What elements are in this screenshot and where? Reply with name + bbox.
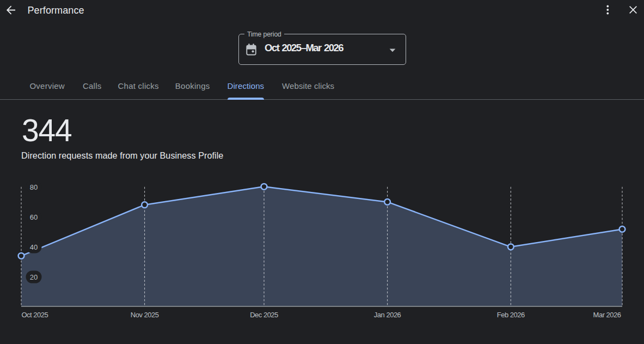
svg-text:Nov 2025: Nov 2025: [131, 311, 159, 319]
svg-text:20: 20: [30, 273, 38, 281]
svg-text:Jan 2026: Jan 2026: [374, 311, 401, 319]
svg-text:80: 80: [30, 183, 38, 191]
svg-text:Mar 2026: Mar 2026: [593, 311, 621, 319]
svg-text:40: 40: [30, 243, 38, 251]
svg-text:Oct 2025: Oct 2025: [22, 311, 48, 319]
svg-text:Feb 2026: Feb 2026: [497, 311, 525, 319]
svg-text:60: 60: [30, 213, 38, 221]
svg-text:Dec 2025: Dec 2025: [250, 311, 278, 319]
